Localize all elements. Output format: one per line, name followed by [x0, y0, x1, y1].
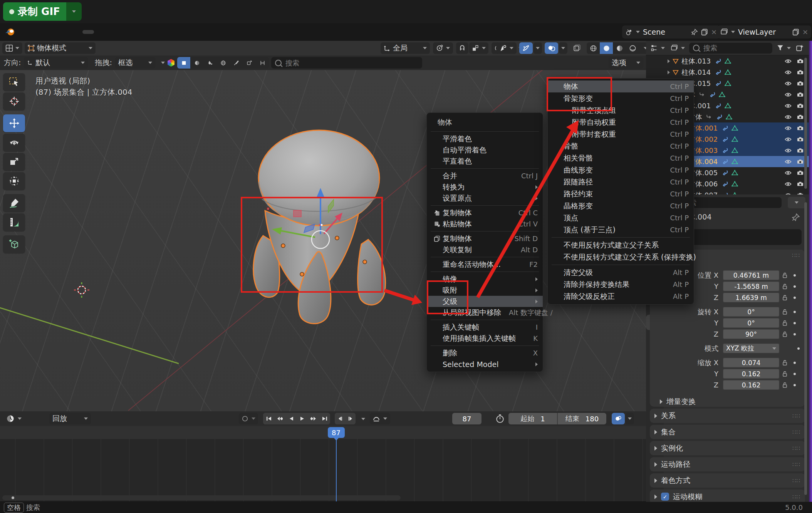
value-field[interactable]: 0.074: [723, 358, 779, 367]
property-section-header[interactable]: 着色方式 ∷∷: [650, 473, 805, 488]
camera-icon[interactable]: [797, 70, 804, 75]
workspace-tab[interactable]: [169, 30, 180, 34]
start-frame-field[interactable]: 起始 1: [508, 413, 557, 424]
workspace-tab[interactable]: [181, 30, 193, 34]
xray-dropdown[interactable]: [559, 42, 567, 54]
value-field[interactable]: 0°: [723, 318, 779, 328]
menu-item[interactable]: Selected Model: [427, 359, 543, 370]
tool-annotate[interactable]: [3, 194, 25, 212]
eye-icon[interactable]: [785, 115, 792, 119]
eye-icon[interactable]: [785, 81, 792, 86]
property-section-header[interactable]: 运动路径 ∷∷: [650, 457, 805, 471]
workspace-tab[interactable]: [119, 30, 131, 34]
blender-logo[interactable]: [5, 27, 15, 37]
timeline-ruler[interactable]: [0, 426, 646, 439]
workspace-tab[interactable]: [206, 30, 217, 34]
current-frame-field[interactable]: 87: [452, 413, 481, 424]
play-button[interactable]: [297, 413, 308, 424]
outliner-search-input[interactable]: [703, 44, 768, 52]
section-grip[interactable]: ∷∷: [792, 412, 800, 419]
snap-settings-button[interactable]: [469, 42, 488, 54]
camera-icon[interactable]: [797, 181, 804, 186]
tool-measure[interactable]: [3, 213, 25, 231]
lock-icon[interactable]: [782, 320, 787, 326]
filter-brush-button[interactable]: [230, 57, 243, 69]
menu-item[interactable]: 插入关键帧 I: [427, 322, 543, 333]
eye-icon[interactable]: [785, 148, 792, 153]
property-section-header[interactable]: 集合 ∷∷: [650, 425, 805, 439]
workspace-tab[interactable]: [132, 30, 143, 34]
lock-icon[interactable]: [782, 295, 787, 301]
delta-transform-header[interactable]: 增量变换: [650, 391, 805, 407]
timeline-channels[interactable]: [0, 439, 646, 501]
pivot-point-button[interactable]: [433, 42, 453, 54]
properties-scrollbar[interactable]: [804, 202, 807, 495]
value-field[interactable]: -1.5658 m: [723, 282, 779, 291]
tool-add-primitive[interactable]: [3, 235, 25, 253]
section-grip[interactable]: ∷∷: [792, 445, 800, 452]
tool-transform[interactable]: [3, 172, 25, 190]
show-overlays-button[interactable]: [519, 42, 533, 54]
record-gif-button[interactable]: 录制 GIF: [3, 2, 82, 21]
panel-grip[interactable]: ∷∷: [792, 252, 800, 259]
shading-solid-button[interactable]: [600, 42, 613, 54]
animate-dot[interactable]: [797, 347, 800, 350]
filter-droplet-button[interactable]: [203, 57, 216, 69]
expand-chevron-icon[interactable]: [668, 70, 670, 74]
viewport-search-input[interactable]: [285, 59, 418, 67]
step-dropdown-icon[interactable]: [361, 418, 365, 420]
rotation-mode-dropdown[interactable]: XYZ 欧拉: [723, 344, 779, 353]
animate-dot[interactable]: [794, 297, 796, 299]
workspace-tab[interactable]: [156, 30, 168, 34]
eye-icon[interactable]: [785, 59, 792, 64]
summary-channel[interactable]: [2, 495, 401, 500]
play-reverse-button[interactable]: [285, 413, 297, 424]
editor-type-button[interactable]: [2, 42, 22, 54]
step-forward-button[interactable]: [345, 413, 356, 424]
scene-selector[interactable]: Scene ✕: [622, 25, 720, 39]
new-viewlayer-icon[interactable]: [792, 28, 799, 35]
jump-to-start-button[interactable]: [263, 413, 274, 424]
pin-id-icon[interactable]: [792, 213, 800, 221]
lock-icon[interactable]: [782, 309, 787, 315]
properties-options-button[interactable]: [788, 197, 805, 208]
playhead[interactable]: 87: [328, 427, 345, 438]
animate-dot[interactable]: [794, 285, 796, 288]
snap-toggle-button[interactable]: [456, 42, 468, 54]
camera-icon[interactable]: [797, 148, 804, 153]
camera-icon[interactable]: [797, 114, 804, 119]
transform-orientation-selector[interactable]: 全局: [381, 42, 430, 54]
filter-edit-button[interactable]: [256, 57, 269, 69]
outliner-search[interactable]: [689, 43, 772, 54]
property-section-header[interactable]: 实例化 ∷∷: [650, 441, 805, 455]
tool-move[interactable]: [3, 114, 25, 132]
animate-dot[interactable]: [794, 333, 796, 335]
new-collection-button[interactable]: [795, 42, 804, 54]
value-field[interactable]: 0.46761 m: [723, 270, 779, 280]
outliner-filter-button[interactable]: [775, 42, 792, 54]
outliner-scrollbar[interactable]: [804, 58, 807, 189]
viewlayer-selector[interactable]: ViewLayer ✕: [717, 25, 811, 39]
animate-dot[interactable]: [794, 311, 796, 313]
end-frame-field[interactable]: 结束 180: [558, 413, 606, 424]
animate-dot[interactable]: [794, 274, 796, 277]
camera-icon[interactable]: [797, 81, 804, 86]
property-section-header[interactable]: 关系 ∷∷: [650, 409, 805, 423]
overlays-dropdown[interactable]: [534, 42, 542, 54]
tool-select-box[interactable]: [3, 73, 25, 91]
filter-object-button[interactable]: [177, 57, 190, 69]
camera-icon[interactable]: [797, 126, 804, 131]
lock-icon[interactable]: [782, 360, 787, 366]
workspace-tab[interactable]: [107, 30, 119, 34]
show-gizmo-button[interactable]: [496, 42, 517, 54]
animate-dot[interactable]: [794, 373, 796, 375]
animate-dot[interactable]: [794, 362, 796, 364]
eye-icon[interactable]: [785, 182, 792, 186]
lock-icon[interactable]: [782, 331, 787, 337]
workspace-tab[interactable]: [144, 30, 156, 34]
lock-icon[interactable]: [782, 272, 787, 278]
eye-icon[interactable]: [785, 92, 792, 97]
jump-to-end-button[interactable]: [319, 413, 330, 424]
lock-icon[interactable]: [782, 382, 787, 388]
filter-world-button[interactable]: [216, 57, 230, 69]
